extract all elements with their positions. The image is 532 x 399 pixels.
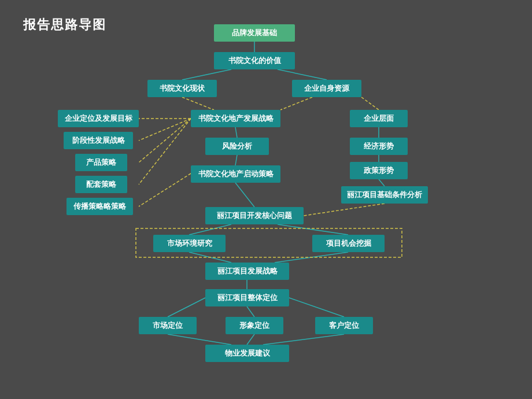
node-enterprise_resources: 企业自身资源 — [292, 80, 361, 97]
node-risk_analysis: 风险分析 — [205, 138, 269, 155]
node-property_advice: 物业发展建议 — [205, 345, 289, 362]
node-support_strategy: 配套策略 — [75, 176, 127, 193]
node-lijiang_base: 丽江项目基础条件分析 — [341, 186, 428, 204]
node-market_pos: 市场定位 — [139, 317, 197, 334]
node-lijiang_core: 丽江项目开发核心问题 — [205, 207, 304, 224]
node-enterprise_level: 企业层面 — [350, 110, 408, 127]
node-launch_strategy: 书院文化地产启动策略 — [191, 165, 280, 183]
node-lijiang_position: 丽江项目整体定位 — [205, 289, 289, 306]
page-title: 报告思路导图 — [23, 16, 106, 34]
node-shuyuan_strategy: 书院文化地产发展战略 — [191, 110, 280, 127]
node-economy: 经济形势 — [350, 138, 408, 155]
node-product_strategy: 产品策略 — [75, 154, 127, 171]
node-shuyuan_value: 书院文化的价值 — [214, 52, 295, 69]
node-market_research: 市场环境研究 — [153, 235, 226, 252]
node-shuyuan_status: 书院文化现状 — [147, 80, 217, 97]
node-project_opportunity: 项目机会挖掘 — [312, 235, 385, 252]
node-policy: 政策形势 — [350, 162, 408, 179]
node-customer_pos: 客户定位 — [315, 317, 373, 334]
node-lijiang_strategy: 丽江项目发展战略 — [205, 263, 289, 280]
node-brand_base: 品牌发展基础 — [214, 24, 295, 42]
node-stage_strategy: 阶段性发展战略 — [64, 132, 133, 149]
node-image_pos: 形象定位 — [226, 317, 283, 334]
node-spread_strategy: 传播策略略策略 — [66, 198, 133, 215]
node-enterprise_pos: 企业定位及发展目标 — [58, 110, 139, 127]
chart-area: 报告思路导图 品牌发展基础书院文化的价值书院文化现状企业自身资源书院文化地产发展… — [0, 0, 532, 399]
